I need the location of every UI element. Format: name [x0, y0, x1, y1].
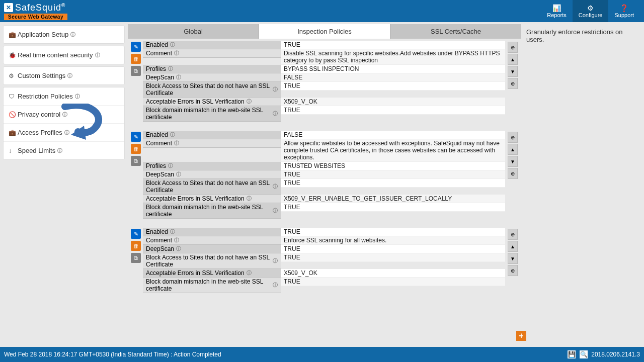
- reorder-btn[interactable]: ⊕: [508, 132, 518, 143]
- sidebar-item-custom-settings[interactable]: ⚙Custom Settingsⓘ: [4, 67, 124, 84]
- info-icon: ⓘ: [176, 74, 181, 81]
- policy-row: Block Access to Sites that do not have a…: [143, 82, 505, 98]
- info-icon: ⓘ: [174, 140, 179, 147]
- field-label: Enabledⓘ: [143, 41, 281, 49]
- search-icon[interactable]: 🔍: [579, 350, 588, 359]
- sidebar-item-speed-limits[interactable]: ↓Speed Limitsⓘ: [4, 142, 124, 159]
- delete-icon[interactable]: 🗑: [131, 54, 141, 64]
- field-label: Commentⓘ: [143, 49, 281, 58]
- field-label: Commentⓘ: [143, 139, 281, 148]
- policy-row: EnabledⓘTRUE: [143, 41, 505, 49]
- field-value: TRUE: [281, 179, 505, 188]
- info-icon: ⓘ: [174, 50, 179, 57]
- sidebar-icon: 🐞: [9, 52, 18, 59]
- policy-row: DeepScanⓘTRUE: [143, 245, 505, 253]
- edit-icon[interactable]: ✎: [131, 42, 141, 52]
- policy-row: DeepScanⓘTRUE: [143, 170, 505, 179]
- policy-row: Block domain mismatch in the web-site SS…: [143, 106, 505, 122]
- info-icon: ⓘ: [176, 245, 181, 252]
- field-value: Allow specific websites to be accessed w…: [281, 139, 505, 162]
- field-label: Block Access to Sites that do not have a…: [143, 253, 281, 269]
- sidebar-icon: 🛡: [9, 93, 18, 100]
- info-icon: ⓘ: [170, 131, 175, 138]
- reorder-btn[interactable]: ⊕: [508, 78, 518, 89]
- tab-global[interactable]: Global: [128, 24, 259, 39]
- sidebar-icon: ⚙: [9, 72, 18, 79]
- sidebar-icon: 💼: [9, 129, 18, 136]
- sidebar-item-real-time-content-security[interactable]: 🐞Real time content securityⓘ: [4, 46, 124, 64]
- policy-row: ProfilesⓘTRUSTED WEBSITES: [143, 162, 505, 170]
- save-icon[interactable]: 💾: [567, 350, 576, 359]
- reorder-btn[interactable]: ⊕: [508, 265, 518, 276]
- delete-icon[interactable]: 🗑: [131, 241, 141, 251]
- field-label: Commentⓘ: [143, 236, 281, 245]
- copy-icon[interactable]: ⧉: [131, 66, 141, 76]
- policy-row: Acceptable Errors in SSL VerificationⓘX5…: [143, 195, 505, 203]
- reorder-btn[interactable]: ▲: [508, 241, 518, 252]
- info-icon: ⓘ: [176, 171, 181, 178]
- reorder-btn[interactable]: ▲: [508, 144, 518, 155]
- info-icon: ⓘ: [273, 282, 278, 289]
- reorder-btn[interactable]: ⊕: [508, 42, 518, 53]
- tabs: GlobalInspection PoliciesSSL Certs/Cache: [128, 24, 521, 39]
- policy-row: Acceptable Errors in SSL VerificationⓘX5…: [143, 269, 505, 278]
- sidebar-item-restriction-policies[interactable]: 🛡Restriction Policiesⓘ: [4, 87, 124, 106]
- info-icon: ⓘ: [70, 31, 75, 38]
- footer: Wed Feb 28 2018 16:24:17 GMT+0530 (India…: [0, 347, 644, 362]
- policy-row: CommentⓘDisable SSL scanning for specifi…: [143, 49, 505, 65]
- field-label: Block Access to Sites that do not have a…: [143, 82, 281, 98]
- field-label: Block Access to Sites that do not have a…: [143, 179, 281, 195]
- delete-icon[interactable]: 🗑: [131, 144, 141, 154]
- header-btn-support[interactable]: ❓Support: [608, 0, 640, 22]
- sidebar-item-application-setup[interactable]: 💼Application Setupⓘ: [4, 26, 124, 43]
- tab-ssl-certs-cache[interactable]: SSL Certs/Cache: [390, 24, 521, 39]
- sidebar-item-privacy-control[interactable]: 🚫Privacy controlⓘ: [4, 106, 124, 124]
- tab-inspection-policies[interactable]: Inspection Policies: [259, 24, 390, 39]
- header-btn-configure[interactable]: ⚙Configure: [573, 0, 609, 22]
- header-buttons: 📊Reports⚙Configure❓Support: [541, 0, 640, 22]
- field-value: TRUE: [281, 245, 505, 253]
- support-icon: ❓: [620, 4, 628, 12]
- reorder-btn[interactable]: ▲: [508, 54, 518, 65]
- field-label: Acceptable Errors in SSL Verificationⓘ: [143, 195, 281, 203]
- header-btn-reports[interactable]: 📊Reports: [541, 0, 573, 22]
- field-value: TRUE: [281, 170, 505, 179]
- copy-icon[interactable]: ⧉: [131, 253, 141, 263]
- field-value: TRUE: [281, 203, 505, 212]
- field-label: Block domain mismatch in the web-site SS…: [143, 278, 281, 293]
- policies-list: ✎🗑⧉EnabledⓘTRUECommentⓘDisable SSL scann…: [128, 39, 521, 304]
- policy-row: EnabledⓘTRUE: [143, 228, 505, 236]
- edit-icon[interactable]: ✎: [131, 132, 141, 142]
- sidebar-item-access-profiles[interactable]: 💼Access Profilesⓘ: [4, 124, 124, 142]
- reorder-btn[interactable]: ⊕: [508, 229, 518, 240]
- policy-row: ProfilesⓘBYPASS SSL INSPECTION: [143, 65, 505, 73]
- reorder-btn[interactable]: ⊕: [508, 168, 518, 179]
- field-value: TRUE: [281, 228, 505, 236]
- field-label: Profilesⓘ: [143, 65, 281, 73]
- info-icon: ⓘ: [247, 269, 252, 277]
- edit-icon[interactable]: ✎: [131, 229, 141, 239]
- policy-block: ✎🗑⧉EnabledⓘTRUECommentⓘDisable SSL scann…: [129, 41, 520, 122]
- field-value: TRUSTED WEBSITES: [281, 162, 505, 170]
- policy-row: Block domain mismatch in the web-site SS…: [143, 278, 505, 293]
- info-icon: ⓘ: [273, 207, 278, 214]
- add-button[interactable]: +: [516, 331, 526, 341]
- info-icon: ⓘ: [168, 65, 173, 72]
- policy-row: EnabledⓘFALSE: [143, 131, 505, 139]
- field-label: DeepScanⓘ: [143, 73, 281, 82]
- field-value: TRUE: [281, 278, 505, 286]
- field-label: Enabledⓘ: [143, 131, 281, 139]
- policy-row: DeepScanⓘFALSE: [143, 73, 505, 82]
- reorder-btn[interactable]: ▼: [508, 66, 518, 77]
- reorder-btn[interactable]: ▼: [508, 156, 518, 167]
- field-label: Acceptable Errors in SSL Verificationⓘ: [143, 98, 281, 106]
- field-label: Acceptable Errors in SSL Verificationⓘ: [143, 269, 281, 278]
- copy-icon[interactable]: ⧉: [131, 156, 141, 166]
- reorder-btn[interactable]: ▼: [508, 253, 518, 264]
- status-text: Wed Feb 28 2018 16:24:17 GMT+0530 (India…: [4, 351, 221, 358]
- policy-block: ✎🗑⧉EnabledⓘTRUECommentⓘEnforce SSL scann…: [129, 228, 520, 293]
- sidebar-icon: ↓: [9, 147, 18, 154]
- field-value: Disable SSL scanning for specific websit…: [281, 49, 505, 65]
- sidebar-icon: 💼: [9, 31, 18, 38]
- field-value: FALSE: [281, 131, 505, 139]
